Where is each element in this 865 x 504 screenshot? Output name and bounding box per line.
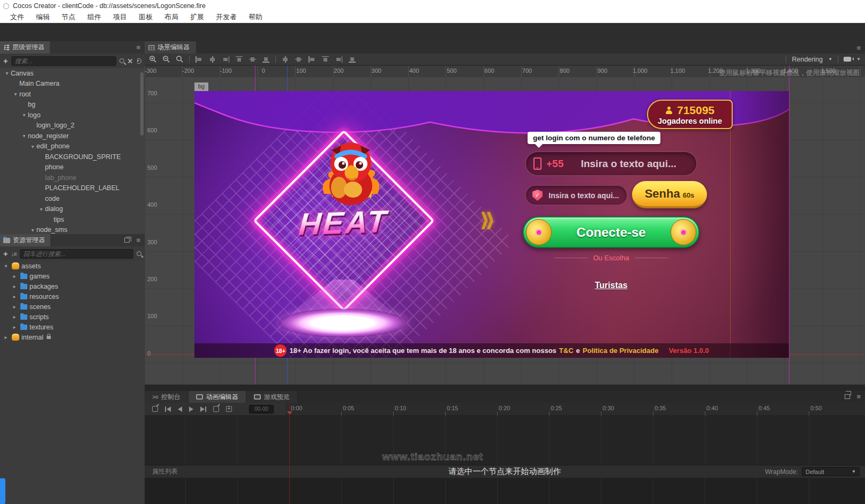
- game-scene-preview[interactable]: HEAT » 715095 Jogadores online get login…: [194, 91, 789, 358]
- asset-node-internal[interactable]: ▸internal: [0, 332, 145, 342]
- distribute-vertical-icon[interactable]: [295, 56, 303, 63]
- camera-view-icon[interactable]: [844, 57, 851, 62]
- locate-node-icon[interactable]: [127, 58, 133, 64]
- menu-item-文件[interactable]: 文件: [4, 12, 30, 22]
- record-icon[interactable]: [152, 406, 158, 412]
- hierarchy-node-logo[interactable]: ▾logo: [0, 110, 145, 121]
- asset-node-games[interactable]: ▸games: [0, 271, 145, 281]
- expand-arrow-icon[interactable]: ▸: [11, 283, 18, 289]
- hierarchy-search-input[interactable]: [11, 56, 116, 66]
- scene-canvas[interactable]: 使用鼠标右键平移视窗焦点，使用滚轮缩放视图 700600500400300200…: [145, 65, 865, 385]
- hierarchy-node-phone[interactable]: phone: [0, 162, 145, 173]
- next-frame-icon[interactable]: [200, 407, 206, 412]
- asset-node-packages[interactable]: ▸packages: [0, 281, 145, 291]
- menu-item-布局[interactable]: 布局: [159, 12, 184, 22]
- jump-start-icon[interactable]: [165, 407, 171, 412]
- search-icon[interactable]: [137, 251, 141, 256]
- menu-item-开发者[interactable]: 开发者: [210, 12, 243, 22]
- hierarchy-node-dialog[interactable]: ▾dialog: [0, 204, 145, 215]
- asset-node-textures[interactable]: ▸textures: [0, 322, 145, 332]
- panel-menu-icon[interactable]: ≡: [856, 44, 861, 52]
- expand-arrow-icon[interactable]: ▸: [11, 294, 18, 299]
- wrapmode-dropdown[interactable]: Default ▼: [802, 467, 860, 476]
- expand-arrow-icon[interactable]: ▾: [20, 112, 28, 118]
- hierarchy-node-bg[interactable]: bg: [0, 100, 145, 110]
- expand-arrow-icon[interactable]: ▾: [2, 263, 10, 269]
- menu-item-项目[interactable]: 项目: [107, 12, 133, 22]
- shrink-horizontal-icon[interactable]: [335, 56, 343, 63]
- create-node-button[interactable]: +: [3, 56, 8, 65]
- expand-arrow-icon[interactable]: ▸: [11, 314, 18, 320]
- tab-控制台[interactable]: >≡控制台: [145, 391, 189, 403]
- export-clip-icon[interactable]: [213, 406, 219, 412]
- expand-arrow-icon[interactable]: ▸: [2, 334, 10, 340]
- hierarchy-node-Canvas[interactable]: ▾Canvas: [0, 68, 145, 79]
- hierarchy-node-lab_phone[interactable]: lab_phone: [0, 172, 145, 183]
- refresh-tree-icon[interactable]: [136, 58, 141, 64]
- prev-frame-icon[interactable]: [178, 407, 182, 412]
- expand-arrow-icon[interactable]: ▾: [37, 206, 45, 212]
- code-input[interactable]: ✓ Insira o texto aqui...: [525, 185, 628, 206]
- expand-arrow-icon[interactable]: ▾: [12, 91, 19, 97]
- rendering-dropdown[interactable]: Rendering: [792, 56, 823, 63]
- hierarchy-node-login_logo_2[interactable]: login_logo_2: [0, 121, 145, 131]
- expand-arrow-icon[interactable]: ▾: [20, 133, 28, 139]
- search-icon[interactable]: [119, 58, 124, 63]
- hierarchy-node-node_sms[interactable]: ▾node_sms: [0, 225, 145, 235]
- tab-assets[interactable]: 资源管理器: [0, 234, 50, 246]
- tab-hierarchy[interactable]: 层级管理器: [0, 41, 50, 54]
- timeline-ruler[interactable]: 0:000:050:100:150:200:250:300:350:400:45…: [285, 403, 865, 416]
- hierarchy-scrollbar[interactable]: [140, 72, 144, 136]
- expand-arrow-icon[interactable]: ▸: [11, 324, 18, 330]
- hierarchy-node-node_register[interactable]: ▾node_register: [0, 131, 145, 141]
- menu-item-节点[interactable]: 节点: [56, 12, 81, 22]
- expand-arrow-icon[interactable]: ▸: [11, 304, 18, 310]
- timeline-tracks[interactable]: [145, 478, 865, 504]
- menu-item-面板[interactable]: 面板: [133, 12, 159, 22]
- hierarchy-node-root[interactable]: ▾root: [0, 89, 145, 100]
- asset-node-scenes[interactable]: ▸scenes: [0, 302, 145, 312]
- create-asset-button[interactable]: +: [3, 249, 8, 258]
- hierarchy-node-Main Camera[interactable]: Main Camera: [0, 79, 145, 89]
- terms-link[interactable]: T&C: [559, 347, 574, 355]
- sort-assets-icon[interactable]: ↓≡: [11, 251, 17, 257]
- distribute-horizontal-icon[interactable]: [281, 56, 289, 63]
- align-left-icon[interactable]: [195, 56, 203, 63]
- align-right-icon[interactable]: [222, 56, 230, 63]
- panel-menu-icon[interactable]: ≡: [856, 393, 861, 401]
- add-event-icon[interactable]: +: [226, 406, 232, 412]
- connect-button[interactable]: Conecte-se: [523, 216, 699, 248]
- phone-number-input[interactable]: +55 Insira o texto aqui...: [525, 151, 697, 176]
- detach-panel-icon[interactable]: [845, 394, 850, 399]
- hierarchy-node-tips[interactable]: tips: [0, 214, 145, 225]
- panel-menu-icon[interactable]: ≡: [136, 236, 140, 244]
- align-bottom-icon[interactable]: [262, 56, 270, 63]
- zoom-out-icon[interactable]: [162, 55, 170, 63]
- timeline-playhead[interactable]: [289, 403, 290, 504]
- zoom-in-icon[interactable]: [149, 55, 157, 63]
- menu-item-帮助[interactable]: 帮助: [243, 12, 268, 22]
- align-middle-icon[interactable]: [249, 56, 257, 63]
- privacy-link[interactable]: Política de Privacidade: [583, 347, 659, 355]
- zoom-reset-icon[interactable]: [176, 55, 184, 63]
- menu-item-编辑[interactable]: 编辑: [30, 12, 56, 22]
- hierarchy-node-BACKGROUND_SPRITE[interactable]: BACKGROUND_SPRITE: [0, 152, 145, 162]
- menu-item-扩展[interactable]: 扩展: [184, 12, 210, 22]
- expand-arrow-icon[interactable]: ▸: [11, 273, 18, 279]
- expand-arrow-icon[interactable]: ▾: [29, 144, 36, 149]
- expand-horizontal-icon[interactable]: [308, 56, 316, 63]
- cocos-dock-tab[interactable]: [0, 478, 5, 504]
- hierarchy-node-edit_phone[interactable]: ▾edit_phone: [0, 141, 145, 152]
- detach-panel-icon[interactable]: [124, 238, 130, 243]
- menu-item-组件[interactable]: 组件: [81, 12, 107, 22]
- align-center-vertical-icon[interactable]: [208, 56, 216, 63]
- timeline-content[interactable]: www.tiaozhuan.net: [145, 416, 865, 465]
- tab-动画编辑器[interactable]: 动画编辑器: [189, 391, 246, 403]
- tab-scene-editor[interactable]: 场景编辑器: [145, 41, 196, 54]
- shrink-vertical-icon[interactable]: [348, 56, 356, 63]
- asset-node-resources[interactable]: ▸resources: [0, 291, 145, 302]
- tourists-link[interactable]: Turistas: [523, 281, 699, 290]
- expand-vertical-icon[interactable]: [321, 56, 329, 63]
- assets-search-input[interactable]: [20, 249, 133, 259]
- panel-menu-icon[interactable]: ≡: [136, 43, 140, 51]
